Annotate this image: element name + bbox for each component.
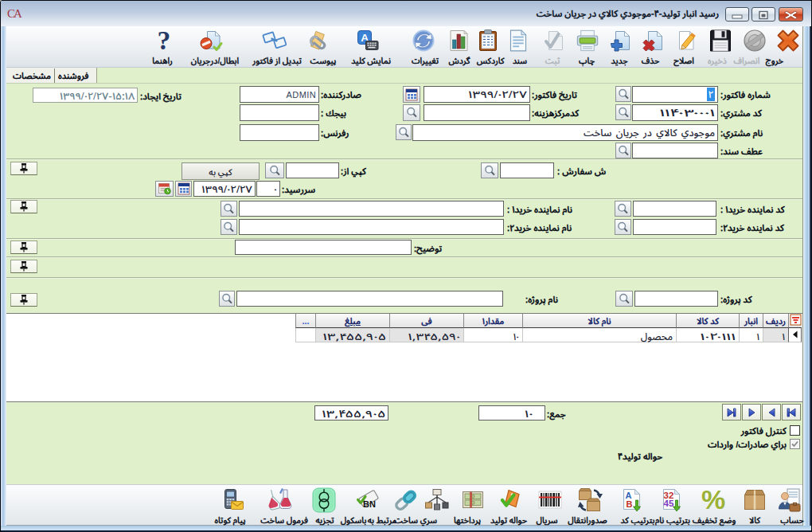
svg-text:45: 45: [664, 499, 674, 508]
svg-text:BN: BN: [363, 499, 376, 509]
svg-text:B: B: [627, 499, 633, 509]
svg-text:?: ?: [158, 28, 171, 53]
svg-text:%: %: [701, 487, 725, 514]
